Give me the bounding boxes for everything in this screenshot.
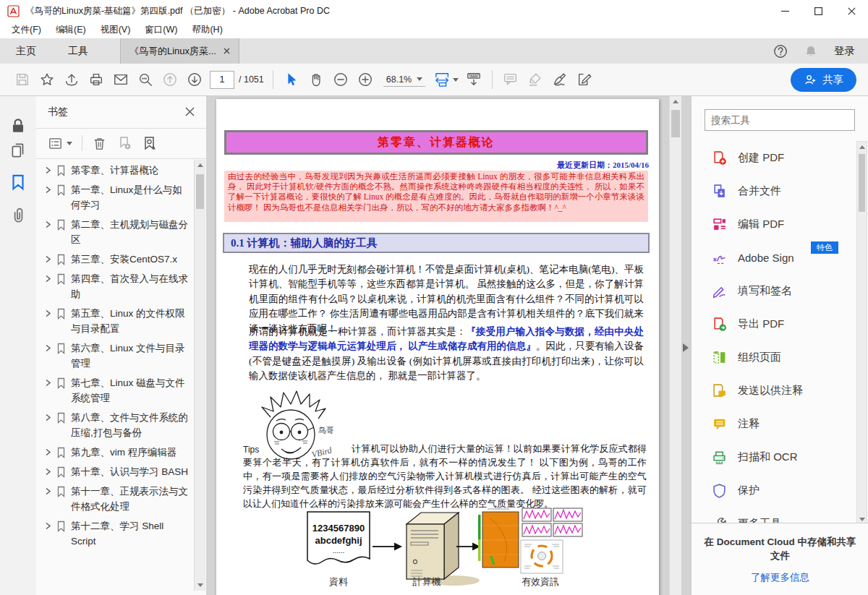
chevron-right-icon[interactable]: [45, 522, 51, 530]
bookmark-item[interactable]: 第零章、计算器概论: [45, 163, 192, 178]
tab-tools-label: 工具: [68, 45, 88, 58]
tab-home[interactable]: 主页: [0, 38, 52, 64]
reading-mode-button[interactable]: [461, 67, 486, 92]
chevron-right-icon[interactable]: [45, 166, 51, 174]
scrollbar-thumb[interactable]: [196, 174, 204, 209]
security-settings-button[interactable]: [9, 116, 27, 135]
zoom-in-button[interactable]: [353, 67, 378, 92]
page-thumbnails-button[interactable]: [9, 141, 27, 160]
chevron-right-icon[interactable]: [45, 309, 51, 317]
tool-adobe-sign[interactable]: 特色 Adobe Sign: [692, 241, 857, 274]
sign-in-button[interactable]: 登录: [834, 44, 855, 58]
chevron-right-icon[interactable]: [45, 414, 51, 421]
menu-help[interactable]: 帮助(H): [184, 24, 229, 36]
bookmark-options-button[interactable]: [48, 136, 72, 151]
bookmark-item[interactable]: 第八章、文件与文件系统的压缩,打包与备份: [45, 410, 192, 440]
close-button[interactable]: [835, 0, 868, 22]
find-current-bookmark-icon[interactable]: [142, 135, 158, 151]
scroll-down-arrow[interactable]: [197, 583, 203, 587]
select-tool-button[interactable]: [279, 67, 304, 92]
hand-tool-button[interactable]: [304, 67, 328, 92]
bookmark-item[interactable]: 第五章、Linux 的文件权限与目录配置: [45, 306, 192, 336]
menu-file[interactable]: 文件(F): [4, 24, 48, 36]
bookmarks-panel-button[interactable]: [9, 173, 27, 192]
bookmark-item[interactable]: 第九章、vim 程序编辑器: [45, 445, 192, 460]
scrollbar-thumb[interactable]: [671, 110, 680, 137]
tool-combine-files[interactable]: 合并文件: [692, 174, 857, 207]
bookmark-item[interactable]: 第一章、Linux是什么与如何学习: [45, 182, 192, 213]
scroll-up-arrow[interactable]: [859, 145, 865, 149]
tools-scrollbar[interactable]: [856, 141, 867, 526]
zoom-out-button[interactable]: [328, 67, 353, 92]
share-button[interactable]: 共享: [791, 68, 856, 92]
data-card-line1: 1234567890: [312, 523, 365, 534]
tool-scan-ocr[interactable]: 扫描和 OCR: [692, 440, 857, 474]
scroll-up-arrow[interactable]: [197, 163, 203, 167]
tab-tools[interactable]: 工具: [52, 38, 104, 64]
chevron-right-icon[interactable]: [45, 221, 51, 228]
collapse-tools-panel-arrow[interactable]: [683, 343, 689, 352]
fit-width-button[interactable]: [431, 67, 461, 92]
minimize-button[interactable]: [768, 0, 801, 22]
search-tools-input[interactable]: [705, 109, 855, 131]
add-bookmark-icon[interactable]: [116, 135, 132, 151]
tool-send-for-comments[interactable]: 发送以供注释: [692, 374, 857, 407]
document-scrollbar[interactable]: [669, 96, 681, 595]
maximize-button[interactable]: [801, 0, 835, 22]
chevron-right-icon[interactable]: [45, 487, 51, 495]
chevron-right-icon[interactable]: [45, 255, 51, 263]
bookmark-item[interactable]: 第七章、Linux 磁盘与文件系统管理: [45, 375, 192, 406]
scrollbar-thumb[interactable]: [859, 154, 865, 212]
favorite-star-button[interactable]: [35, 67, 59, 92]
share-document-button[interactable]: [59, 67, 84, 92]
chevron-right-icon[interactable]: [45, 344, 51, 352]
delete-bookmark-trash-icon[interactable]: [92, 136, 107, 151]
save-button[interactable]: [10, 67, 35, 92]
tool-organize-pages[interactable]: 组织页面: [692, 341, 857, 374]
bookmark-item[interactable]: 第六章、Linux 文件与目录管理: [45, 341, 192, 371]
tool-protect[interactable]: 保护: [692, 474, 857, 507]
tool-create-pdf[interactable]: 创建 PDF: [692, 141, 857, 174]
menu-edit[interactable]: 编辑(E): [48, 24, 93, 36]
bookmarks-scrollbar[interactable]: [194, 160, 205, 591]
bookmark-item[interactable]: 第四章、首次登入与在线求助: [45, 271, 192, 301]
previous-page-button[interactable]: [158, 67, 182, 92]
search-button[interactable]: [133, 67, 158, 92]
bookmark-item[interactable]: 第十一章、正规表示法与文件格式化处理: [45, 484, 192, 514]
notifications-bell-icon[interactable]: [804, 44, 818, 59]
chevron-right-icon[interactable]: [45, 275, 51, 283]
chevron-right-icon[interactable]: [45, 186, 51, 194]
zoom-level-select[interactable]: 68.1%: [383, 73, 425, 87]
tool-comment[interactable]: 注释: [692, 407, 857, 440]
help-icon[interactable]: [773, 44, 788, 59]
email-button[interactable]: [109, 67, 133, 92]
bookmark-item[interactable]: 第三章、安装CentOS7.x: [45, 252, 192, 267]
chevron-right-icon[interactable]: [45, 379, 51, 387]
next-page-button[interactable]: [182, 67, 207, 92]
highlight-tool-button[interactable]: [523, 67, 548, 92]
bookmark-item[interactable]: 第十章、认识与学习 BASH: [45, 464, 192, 479]
attachments-button[interactable]: [9, 206, 27, 225]
tab-document[interactable]: 《鸟哥的Linux房菜...: [120, 38, 239, 64]
tool-fill-sign[interactable]: 填写和签名: [692, 274, 857, 307]
scroll-down-arrow[interactable]: [859, 518, 865, 521]
pages-icon: [9, 141, 27, 160]
bookmark-item[interactable]: 第二章、主机规划与磁盘分区: [45, 217, 192, 247]
menu-window[interactable]: 窗口(W): [137, 24, 184, 36]
close-panel-icon[interactable]: [185, 107, 195, 116]
print-button[interactable]: [84, 67, 109, 92]
menu-view[interactable]: 视图(V): [93, 24, 138, 36]
tool-export-pdf[interactable]: 导出 PDF: [692, 307, 857, 341]
bookmark-item[interactable]: 第十二章、学习 Shell Script: [45, 518, 192, 549]
learn-more-link[interactable]: 了解更多信息: [692, 571, 868, 584]
chevron-right-icon[interactable]: [45, 468, 51, 476]
sign-tool-button[interactable]: [548, 67, 572, 92]
fill-sign-tool-button[interactable]: [572, 67, 597, 92]
tool-edit-pdf[interactable]: 编辑 PDF 特色: [692, 207, 857, 241]
document-viewport[interactable]: 第零章、计算器概论 最近更新日期：2015/04/16 由过去的经验当中，鸟哥发…: [206, 96, 691, 595]
close-tab-icon[interactable]: [224, 48, 230, 54]
comment-tool-button[interactable]: [498, 67, 523, 92]
chevron-right-icon[interactable]: [45, 448, 51, 456]
scroll-up-arrow[interactable]: [673, 100, 678, 103]
page-number-input[interactable]: [210, 71, 234, 89]
